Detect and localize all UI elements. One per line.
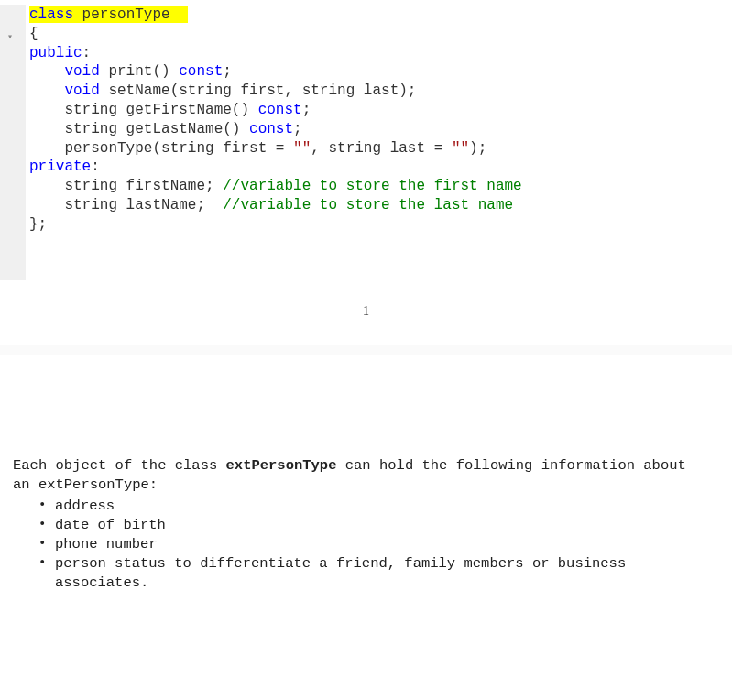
code-line: string firstName; //variable to store th… xyxy=(29,177,522,196)
bullet-list: address date of birth phone number perso… xyxy=(13,497,719,593)
code-line: void setName(string first, string last); xyxy=(29,82,522,101)
section-divider xyxy=(0,345,732,355)
list-item: address xyxy=(38,497,719,516)
code-line: string getLastName() const; xyxy=(29,120,522,139)
code-line: personType(string first = "", string las… xyxy=(29,139,522,159)
list-item: date of birth xyxy=(38,516,719,535)
fold-icon: ▾ xyxy=(7,31,13,42)
list-item: person status to differentiate a friend,… xyxy=(38,554,719,593)
code-line: void print() const; xyxy=(29,62,522,82)
code-line: { xyxy=(29,25,522,44)
code-line: string lastName; //variable to store the… xyxy=(29,196,522,215)
paragraph: Each object of the class extPersonType c… xyxy=(13,456,719,476)
code-line: private: xyxy=(29,158,522,177)
code-line: public: xyxy=(29,44,522,63)
code-line: }; xyxy=(29,215,522,235)
code-line: class personType xyxy=(29,5,522,25)
list-item: phone number xyxy=(38,535,719,554)
code-area: class personType { public: void print() … xyxy=(26,5,522,280)
code-line: string getFirstName() const; xyxy=(29,101,522,120)
description-text: Each object of the class extPersonType c… xyxy=(0,355,732,610)
code-block: ▾ class personType { public: void print(… xyxy=(0,0,732,280)
editor-gutter: ▾ xyxy=(0,5,26,280)
page-number: 1 xyxy=(0,280,732,345)
paragraph: an extPersonType: xyxy=(13,476,719,495)
